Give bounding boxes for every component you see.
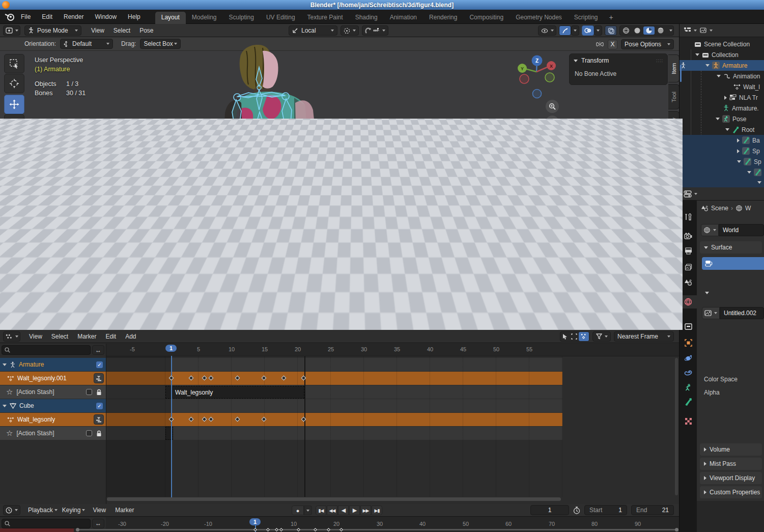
jump-to-start-button[interactable]: ▮◀: [316, 506, 326, 515]
channel-armature[interactable]: Armature ✓: [0, 358, 106, 371]
shading-wireframe-button[interactable]: [621, 26, 631, 35]
transform-orientation-dropdown[interactable]: Local: [289, 25, 337, 36]
channel-band[interactable]: [106, 358, 562, 371]
filter-invert-button[interactable]: ↔: [92, 519, 104, 528]
jump-to-end-button[interactable]: ▶▮: [372, 506, 382, 515]
current-frame-badge[interactable]: 1: [165, 345, 177, 352]
tab-collection[interactable]: [680, 320, 697, 333]
color-expand-triangle[interactable]: [705, 294, 709, 301]
outliner-row-bone[interactable]: Sp: [680, 156, 764, 167]
timeline-menu-playback[interactable]: Playback: [23, 507, 58, 514]
current-frame-field[interactable]: 1: [530, 505, 569, 515]
next-keyframe-button[interactable]: ▶▶: [360, 506, 371, 515]
push-down-action-button[interactable]: [94, 373, 104, 383]
viewport-camera-button[interactable]: [546, 131, 559, 145]
scrollbar-knob-right[interactable]: [675, 528, 678, 531]
tool-transform[interactable]: [4, 153, 24, 172]
channel-cube[interactable]: Cube ✓: [0, 399, 106, 412]
tool-cursor[interactable]: [4, 74, 24, 93]
workspace-tab-layout[interactable]: Layout: [155, 12, 186, 24]
channel-enable-checkbox[interactable]: ✓: [96, 361, 103, 368]
menu-edit[interactable]: Edit: [36, 10, 58, 24]
timeline-search-input[interactable]: [2, 519, 91, 528]
sidebar-tab-view[interactable]: View: [668, 111, 680, 137]
tool-rotate[interactable]: [4, 114, 24, 133]
volume-panel-header[interactable]: Volume: [700, 443, 762, 456]
timeline-hscrollbar[interactable]: [77, 529, 678, 530]
channel-enable-checkbox[interactable]: ✓: [96, 403, 103, 409]
expand-icon[interactable]: [724, 96, 727, 100]
action-strip-armature[interactable]: [106, 372, 562, 385]
channel-band[interactable]: [106, 427, 562, 440]
snap-mode-dropdown[interactable]: Nearest Frame: [614, 331, 674, 342]
breadcrumb-world[interactable]: W: [745, 205, 751, 212]
dopesheet-hscrollbar[interactable]: [107, 497, 561, 501]
viewport-menu-pose[interactable]: Pose: [135, 27, 158, 34]
editor-type-timeline-button[interactable]: [3, 505, 20, 515]
workspace-tab-compositing[interactable]: Compositing: [463, 12, 510, 24]
menu-file[interactable]: File: [15, 10, 36, 24]
dopesheet-ruler[interactable]: -5 5 10 15 20 25 30 35 40 45 50 55: [106, 344, 679, 356]
shading-material-preview-button[interactable]: [643, 26, 655, 35]
expand-icon[interactable]: [717, 75, 721, 77]
mirror-x-toggle[interactable]: X: [608, 40, 617, 49]
menu-help[interactable]: Help: [122, 10, 146, 24]
select-cursor-toggle[interactable]: [560, 333, 570, 340]
tab-output[interactable]: [680, 244, 697, 258]
outliner-row-action[interactable]: Walt_l: [680, 81, 764, 92]
outliner-scrollbar[interactable]: [680, 65, 682, 82]
workspace-tab-sculpting[interactable]: Sculpting: [223, 12, 260, 24]
tool-annotate[interactable]: [4, 174, 24, 193]
breadcrumb-scene[interactable]: Scene: [711, 205, 728, 212]
world-name-field[interactable]: World: [719, 224, 764, 236]
overlays-dropdown[interactable]: [594, 25, 602, 36]
surface-panel-header[interactable]: Surface: [700, 241, 762, 254]
tool-select-box[interactable]: [4, 54, 24, 73]
expand-icon[interactable]: [737, 149, 740, 153]
auto-key-dropdown[interactable]: [304, 506, 312, 515]
blender-logo-icon[interactable]: [4, 12, 15, 21]
outliner-row-armature-data[interactable]: Armature.: [680, 103, 764, 114]
outliner-row-animation[interactable]: Animation: [680, 71, 764, 81]
timeline-menu-marker[interactable]: Marker: [110, 507, 138, 514]
editor-type-dopesheet-button[interactable]: [3, 331, 20, 342]
tab-tool[interactable]: [680, 210, 697, 223]
tab-texture[interactable]: [680, 414, 697, 428]
dopesheet-menu-marker[interactable]: Marker: [73, 333, 101, 340]
show-keyframes-toggle[interactable]: [579, 332, 589, 341]
tab-scene[interactable]: [680, 276, 697, 289]
tab-view-layer[interactable]: [680, 261, 697, 274]
drag-orientation-dropdown[interactable]: Default: [60, 39, 113, 49]
posed-character-with-armature[interactable]: [219, 42, 326, 306]
tab-physics[interactable]: [680, 351, 697, 365]
channel-mute-checkbox[interactable]: [86, 430, 92, 436]
dopesheet-menu-view[interactable]: View: [24, 333, 47, 340]
outliner-display-mode-dropdown[interactable]: [684, 27, 697, 34]
sidebar-tab-animation[interactable]: Animation: [668, 139, 680, 181]
snap-controls[interactable]: [362, 25, 388, 36]
workspace-tab-geometry-nodes[interactable]: Geometry Nodes: [510, 12, 568, 24]
end-frame-field[interactable]: End 21: [631, 505, 674, 515]
viewport-pan-button[interactable]: [546, 116, 559, 129]
add-workspace-button[interactable]: +: [604, 12, 618, 24]
show-gizmo-toggle[interactable]: [559, 25, 571, 36]
drag-action-dropdown[interactable]: Select Box: [140, 39, 181, 49]
sidebar-tab-item[interactable]: Item: [668, 54, 680, 82]
pivot-point-dropdown[interactable]: [341, 25, 359, 36]
dopesheet-menu-add[interactable]: Add: [121, 333, 140, 340]
mode-selector[interactable]: Pose Mode: [24, 25, 81, 36]
pose-options-dropdown[interactable]: Pose Options: [621, 39, 674, 49]
workspace-tab-scripting[interactable]: Scripting: [568, 12, 604, 24]
tab-bone[interactable]: [680, 395, 697, 408]
outliner-row-bone[interactable]: Ba: [680, 135, 764, 146]
expand-icon[interactable]: [695, 53, 699, 56]
channel-action-stash-armature[interactable]: ☆ [Action Stash]: [0, 385, 106, 399]
shading-rendered-button[interactable]: [656, 26, 666, 35]
expand-icon[interactable]: [737, 160, 741, 163]
shading-solid-button[interactable]: [632, 26, 642, 35]
outliner-row-collection[interactable]: Collection: [680, 49, 764, 60]
timeline-menu-keying[interactable]: Keying: [58, 507, 86, 514]
workspace-tab-texture-paint[interactable]: Texture Paint: [301, 12, 349, 24]
filter-dropdown[interactable]: [592, 331, 611, 342]
expand-icon[interactable]: [705, 64, 710, 67]
